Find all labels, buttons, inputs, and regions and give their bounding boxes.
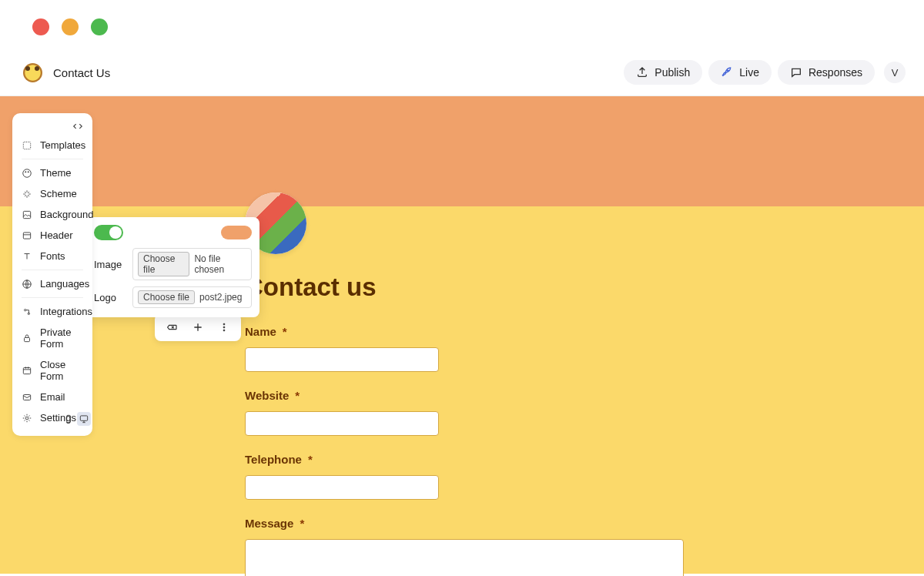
window-controls <box>0 0 924 54</box>
gear-icon <box>22 413 32 424</box>
live-label: Live <box>739 66 759 79</box>
field-website-label: Website * <box>245 389 684 402</box>
user-avatar[interactable]: V <box>884 62 906 83</box>
header-settings-popover: Image Choose file No file chosen Logo Ch… <box>86 217 259 317</box>
popover-top <box>94 225 252 240</box>
field-toolbar <box>155 313 241 341</box>
minimize-window-dot[interactable] <box>62 18 79 35</box>
calendar-icon <box>22 365 32 376</box>
field-website-text: Website <box>245 389 289 402</box>
svg-point-1 <box>23 169 32 177</box>
field-name[interactable]: Name * <box>245 325 684 372</box>
field-telephone[interactable]: Telephone * <box>245 453 684 500</box>
sidebar-fonts-label: Fonts <box>40 250 65 262</box>
mobile-icon <box>63 414 74 424</box>
required-asterisk: * <box>300 517 304 530</box>
editor-sidebar: Templates Theme Scheme Background Header… <box>12 113 92 436</box>
upload-icon <box>636 66 648 79</box>
sidebar-templates-label: Templates <box>40 139 85 151</box>
image-choose-button[interactable]: Choose file <box>138 252 189 276</box>
svg-rect-11 <box>23 394 30 400</box>
sidebar-close-form[interactable]: Close Form <box>12 354 92 387</box>
sparkle-icon <box>22 189 32 199</box>
palette-icon <box>22 168 32 179</box>
svg-rect-14 <box>80 416 87 420</box>
header-visible-toggle[interactable] <box>94 225 123 240</box>
responses-button[interactable]: Responses <box>778 60 875 85</box>
lock-icon <box>22 333 32 343</box>
field-name-text: Name <box>245 325 276 338</box>
form-preview: Contact us Name * Website * Telephone * <box>245 193 684 576</box>
integrations-icon <box>22 306 32 317</box>
sidebar-theme-label: Theme <box>40 167 71 179</box>
sidebar-background[interactable]: Background <box>12 204 92 225</box>
mail-icon <box>22 392 32 403</box>
text-icon <box>22 251 32 262</box>
svg-point-15 <box>223 323 225 325</box>
sidebar-fonts[interactable]: Fonts <box>12 246 92 266</box>
sidebar-separator-3 <box>22 297 83 298</box>
field-name-label: Name * <box>245 325 684 338</box>
svg-point-2 <box>25 171 26 172</box>
telephone-input[interactable] <box>245 475 439 500</box>
topbar: Contact Us Publish Live Responses V <box>0 54 924 96</box>
sidebar-theme[interactable]: Theme <box>12 162 92 183</box>
live-button[interactable]: Live <box>708 60 772 85</box>
topbar-left: Contact Us <box>23 63 110 82</box>
svg-point-3 <box>28 171 28 172</box>
app-logo-icon[interactable] <box>23 63 42 82</box>
delete-icon[interactable] <box>166 321 178 333</box>
sidebar-private-form[interactable]: Private Form <box>12 322 92 354</box>
header-color-swatch[interactable] <box>221 226 252 239</box>
sidebar-languages[interactable]: Languages <box>12 273 92 294</box>
name-input[interactable] <box>245 347 439 372</box>
message-textarea[interactable] <box>245 539 684 576</box>
maximize-window-dot[interactable] <box>91 18 108 35</box>
field-telephone-text: Telephone <box>245 453 302 466</box>
svg-rect-13 <box>67 415 71 422</box>
code-icon <box>72 121 83 132</box>
close-window-dot[interactable] <box>32 18 49 35</box>
form-title[interactable]: Contact us <box>245 273 684 302</box>
sidebar-integrations[interactable]: Integrations <box>12 301 92 322</box>
rocket-icon <box>721 66 733 79</box>
sidebar-templates[interactable]: Templates <box>12 135 92 156</box>
svg-point-16 <box>223 327 225 328</box>
more-vertical-icon[interactable] <box>218 321 230 333</box>
field-message-label: Message * <box>245 517 684 530</box>
sidebar-separator <box>22 159 83 159</box>
logo-file-name: post2.jpeg <box>199 292 242 303</box>
form-header-band <box>0 96 924 206</box>
sidebar-integrations-label: Integrations <box>40 306 92 317</box>
logo-file-box[interactable]: Choose file post2.jpeg <box>132 286 252 308</box>
desktop-icon <box>79 414 89 424</box>
sidebar-header[interactable]: Header <box>12 225 92 246</box>
publish-button[interactable]: Publish <box>624 60 702 85</box>
code-toggle[interactable] <box>12 121 92 135</box>
app-title: Contact Us <box>53 66 110 79</box>
required-asterisk: * <box>295 389 300 402</box>
image-file-name: No file chosen <box>194 253 246 275</box>
sidebar-header-label: Header <box>40 229 73 241</box>
sidebar-background-label: Background <box>40 209 93 220</box>
mobile-view-button[interactable] <box>62 412 75 426</box>
logo-choose-button[interactable]: Choose file <box>138 290 195 304</box>
svg-rect-9 <box>25 337 30 341</box>
sidebar-email[interactable]: Email <box>12 387 92 407</box>
image-upload-label: Image <box>94 259 125 270</box>
svg-rect-5 <box>23 232 30 238</box>
image-icon <box>22 209 32 220</box>
field-message[interactable]: Message * <box>245 517 684 576</box>
sidebar-scheme[interactable]: Scheme <box>12 183 92 204</box>
image-upload-row: Image Choose file No file chosen <box>94 248 252 280</box>
svg-point-12 <box>25 417 28 420</box>
website-input[interactable] <box>245 411 439 436</box>
desktop-view-button[interactable] <box>77 412 91 426</box>
plus-icon[interactable] <box>192 321 204 333</box>
globe-icon <box>22 279 32 290</box>
field-website[interactable]: Website * <box>245 389 684 436</box>
svg-rect-0 <box>23 142 30 149</box>
templates-icon <box>22 140 32 151</box>
chat-icon <box>790 66 802 79</box>
image-file-box[interactable]: Choose file No file chosen <box>132 248 252 280</box>
